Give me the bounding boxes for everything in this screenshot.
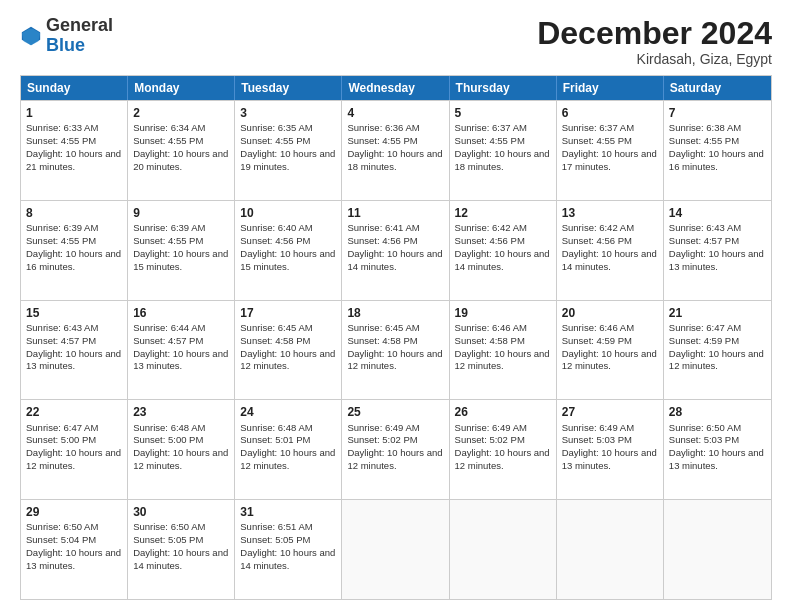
cal-cell-2-5: 20Sunrise: 6:46 AMSunset: 4:59 PMDayligh… [557,301,664,400]
day-number: 19 [455,305,551,321]
cal-cell-3-3: 25Sunrise: 6:49 AMSunset: 5:02 PMDayligh… [342,400,449,499]
logo-general-text: General [46,15,113,35]
cal-cell-1-4: 12Sunrise: 6:42 AMSunset: 4:56 PMDayligh… [450,201,557,300]
cal-cell-1-1: 9Sunrise: 6:39 AMSunset: 4:55 PMDaylight… [128,201,235,300]
calendar-header: Sunday Monday Tuesday Wednesday Thursday… [21,76,771,100]
day-number: 9 [133,205,229,221]
logo: General Blue [20,16,113,56]
day-number: 1 [26,105,122,121]
day-number: 13 [562,205,658,221]
day-number: 2 [133,105,229,121]
cal-cell-0-0: 1Sunrise: 6:33 AMSunset: 4:55 PMDaylight… [21,101,128,200]
header: General Blue December 2024 Kirdasah, Giz… [20,16,772,67]
cal-cell-2-0: 15Sunrise: 6:43 AMSunset: 4:57 PMDayligh… [21,301,128,400]
cal-cell-0-4: 5Sunrise: 6:37 AMSunset: 4:55 PMDaylight… [450,101,557,200]
day-number: 14 [669,205,766,221]
day-number: 15 [26,305,122,321]
cal-cell-4-0: 29Sunrise: 6:50 AMSunset: 5:04 PMDayligh… [21,500,128,599]
day-number: 17 [240,305,336,321]
cal-cell-2-3: 18Sunrise: 6:45 AMSunset: 4:58 PMDayligh… [342,301,449,400]
cal-cell-4-2: 31Sunrise: 6:51 AMSunset: 5:05 PMDayligh… [235,500,342,599]
page: General Blue December 2024 Kirdasah, Giz… [0,0,792,612]
day-number: 29 [26,504,122,520]
week-row-2: 15Sunrise: 6:43 AMSunset: 4:57 PMDayligh… [21,300,771,400]
cal-cell-3-0: 22Sunrise: 6:47 AMSunset: 5:00 PMDayligh… [21,400,128,499]
header-saturday: Saturday [664,76,771,100]
cal-cell-2-1: 16Sunrise: 6:44 AMSunset: 4:57 PMDayligh… [128,301,235,400]
cal-cell-0-3: 4Sunrise: 6:36 AMSunset: 4:55 PMDaylight… [342,101,449,200]
cal-cell-4-1: 30Sunrise: 6:50 AMSunset: 5:05 PMDayligh… [128,500,235,599]
day-number: 12 [455,205,551,221]
day-number: 18 [347,305,443,321]
cal-cell-3-1: 23Sunrise: 6:48 AMSunset: 5:00 PMDayligh… [128,400,235,499]
header-wednesday: Wednesday [342,76,449,100]
day-number: 21 [669,305,766,321]
cal-cell-1-5: 13Sunrise: 6:42 AMSunset: 4:56 PMDayligh… [557,201,664,300]
day-number: 10 [240,205,336,221]
cal-cell-3-2: 24Sunrise: 6:48 AMSunset: 5:01 PMDayligh… [235,400,342,499]
cal-cell-4-3 [342,500,449,599]
week-row-1: 8Sunrise: 6:39 AMSunset: 4:55 PMDaylight… [21,200,771,300]
day-number: 22 [26,404,122,420]
day-number: 20 [562,305,658,321]
cal-cell-4-4 [450,500,557,599]
day-number: 5 [455,105,551,121]
header-thursday: Thursday [450,76,557,100]
logo-blue-text: Blue [46,35,85,55]
day-number: 28 [669,404,766,420]
cal-cell-1-0: 8Sunrise: 6:39 AMSunset: 4:55 PMDaylight… [21,201,128,300]
day-number: 30 [133,504,229,520]
day-number: 24 [240,404,336,420]
day-number: 26 [455,404,551,420]
day-number: 4 [347,105,443,121]
title-block: December 2024 Kirdasah, Giza, Egypt [537,16,772,67]
week-row-4: 29Sunrise: 6:50 AMSunset: 5:04 PMDayligh… [21,499,771,599]
month-title: December 2024 [537,16,772,51]
cal-cell-2-2: 17Sunrise: 6:45 AMSunset: 4:58 PMDayligh… [235,301,342,400]
cal-cell-0-1: 2Sunrise: 6:34 AMSunset: 4:55 PMDaylight… [128,101,235,200]
calendar-body: 1Sunrise: 6:33 AMSunset: 4:55 PMDaylight… [21,100,771,599]
day-number: 3 [240,105,336,121]
cal-cell-1-6: 14Sunrise: 6:43 AMSunset: 4:57 PMDayligh… [664,201,771,300]
day-number: 8 [26,205,122,221]
day-number: 6 [562,105,658,121]
day-number: 11 [347,205,443,221]
cal-cell-2-4: 19Sunrise: 6:46 AMSunset: 4:58 PMDayligh… [450,301,557,400]
cal-cell-4-6 [664,500,771,599]
cal-cell-3-4: 26Sunrise: 6:49 AMSunset: 5:02 PMDayligh… [450,400,557,499]
cal-cell-0-2: 3Sunrise: 6:35 AMSunset: 4:55 PMDaylight… [235,101,342,200]
day-number: 16 [133,305,229,321]
day-number: 25 [347,404,443,420]
cal-cell-3-5: 27Sunrise: 6:49 AMSunset: 5:03 PMDayligh… [557,400,664,499]
header-friday: Friday [557,76,664,100]
day-number: 23 [133,404,229,420]
week-row-0: 1Sunrise: 6:33 AMSunset: 4:55 PMDaylight… [21,100,771,200]
cal-cell-0-5: 6Sunrise: 6:37 AMSunset: 4:55 PMDaylight… [557,101,664,200]
day-number: 31 [240,504,336,520]
cal-cell-1-2: 10Sunrise: 6:40 AMSunset: 4:56 PMDayligh… [235,201,342,300]
logo-icon [20,25,42,47]
week-row-3: 22Sunrise: 6:47 AMSunset: 5:00 PMDayligh… [21,399,771,499]
day-number: 27 [562,404,658,420]
header-tuesday: Tuesday [235,76,342,100]
cal-cell-2-6: 21Sunrise: 6:47 AMSunset: 4:59 PMDayligh… [664,301,771,400]
cal-cell-4-5 [557,500,664,599]
cal-cell-3-6: 28Sunrise: 6:50 AMSunset: 5:03 PMDayligh… [664,400,771,499]
day-number: 7 [669,105,766,121]
location-subtitle: Kirdasah, Giza, Egypt [537,51,772,67]
header-monday: Monday [128,76,235,100]
header-sunday: Sunday [21,76,128,100]
cal-cell-0-6: 7Sunrise: 6:38 AMSunset: 4:55 PMDaylight… [664,101,771,200]
cal-cell-1-3: 11Sunrise: 6:41 AMSunset: 4:56 PMDayligh… [342,201,449,300]
calendar: Sunday Monday Tuesday Wednesday Thursday… [20,75,772,600]
